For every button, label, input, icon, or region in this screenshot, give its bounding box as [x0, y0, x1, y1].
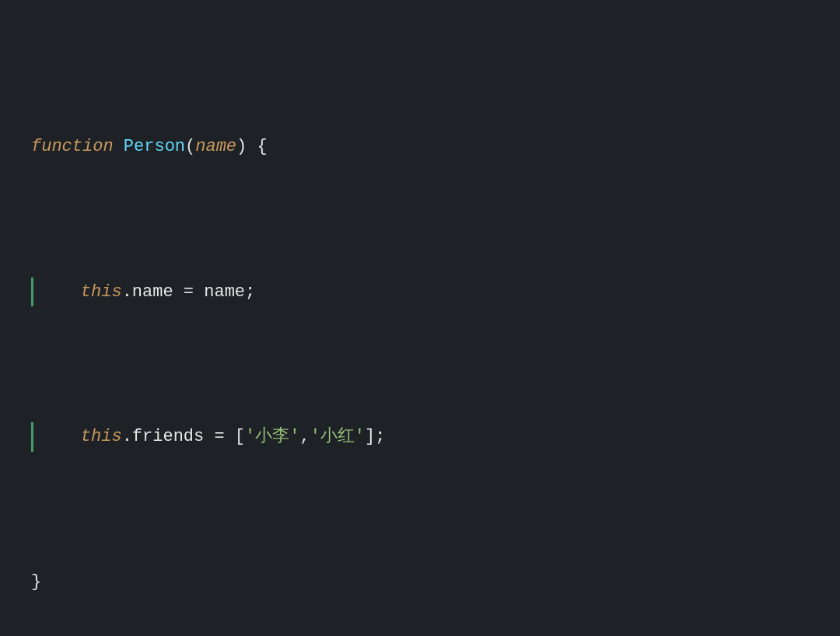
- code-line-2: this.name = name;: [31, 278, 809, 306]
- code-line-3: this.friends = ['小李','小红'];: [31, 422, 809, 451]
- code-container: function Person(name) { this.name = name…: [0, 0, 840, 636]
- code-line-1: function Person(name) {: [31, 132, 809, 161]
- code-line-4: }: [31, 568, 809, 596]
- code-block: function Person(name) { this.name = name…: [31, 16, 809, 636]
